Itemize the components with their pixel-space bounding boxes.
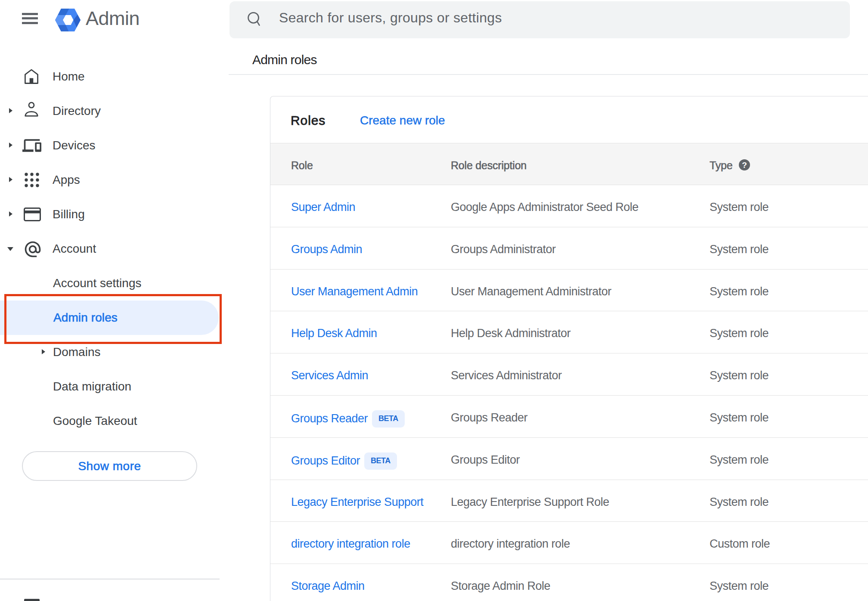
- svg-text:?: ?: [742, 161, 747, 170]
